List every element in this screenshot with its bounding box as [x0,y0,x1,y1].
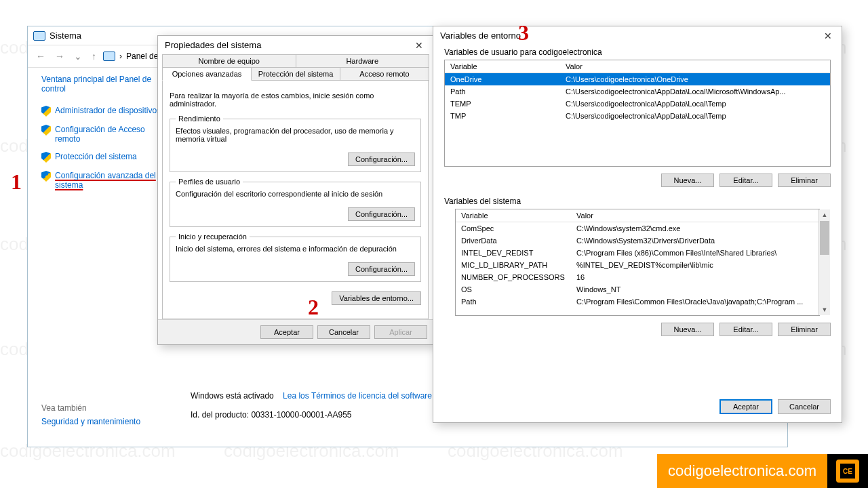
close-icon[interactable]: ✕ [410,39,429,52]
performance-group: Rendimiento Efectos visuales, programaci… [170,115,421,172]
sidebar-control-panel-home[interactable]: Ventana principal del Panel de control [41,75,167,94]
sys-var-row[interactable]: OSWindows_NT [456,283,819,296]
tab-advanced-options[interactable]: Opciones avanzadas [162,67,252,81]
sidebar-item-advanced-settings[interactable]: Configuración avanzada del sistema [55,171,167,190]
brand-badge: codigoelectronica.com [657,454,868,488]
close-icon[interactable]: ✕ [818,29,837,43]
license-terms-link[interactable]: Lea los Términos de licencia del softwar… [283,391,439,401]
sys-vars-label: Variables del sistema [444,197,831,206]
forward-arrow-icon[interactable]: → [52,49,67,63]
sys-var-row[interactable]: ComSpecC:\Windows\system32\cmd.exe [456,222,819,235]
admin-note: Para realizar la mayoría de estos cambio… [170,92,421,108]
dialog-title: Propiedades del sistema [158,36,433,54]
product-id: Id. del producto: 00331-10000-00001-AA95… [191,410,439,420]
scroll-thumb[interactable] [820,221,829,255]
cancel-button[interactable]: Cancelar [778,399,831,414]
user-vars-label: Variables de usuario para codigoelectron… [444,47,831,57]
startup-recovery-config-button[interactable]: Configuración... [348,262,415,276]
user-var-row[interactable]: TMPC:\Users\codigoelectronica\AppData\Lo… [445,110,830,122]
brand-chip-icon [836,460,859,483]
scroll-up-icon[interactable]: ▲ [819,209,830,220]
sidebar-item-device-manager[interactable]: Administrador de dispositivos [55,106,161,115]
scrollbar[interactable]: ▲ ▼ [818,209,830,315]
see-also-header: Vea también [41,403,140,413]
system-properties-dialog: Propiedades del sistema ✕ Nombre de equi… [157,35,433,345]
dialog-title: Variables de entorno [433,26,842,45]
user-new-button[interactable]: Nueva... [661,174,714,187]
user-delete-button[interactable]: Eliminar [778,174,831,187]
user-profiles-legend: Perfiles de usuario [176,178,243,186]
user-vars-list[interactable]: Variable Valor OneDriveC:\Users\codigoel… [444,60,831,167]
back-arrow-icon[interactable]: ← [33,49,48,63]
startup-recovery-text: Inicio del sistema, errores del sistema … [176,245,397,253]
startup-recovery-legend: Inicio y recuperación [176,232,250,241]
sys-var-row[interactable]: INTEL_DEV_REDISTC:\Program Files (x86)\C… [456,247,819,259]
performance-legend: Rendimiento [176,115,223,123]
ok-button[interactable]: Aceptar [260,325,313,339]
user-var-row[interactable]: TEMPC:\Users\codigoelectronica\AppData\L… [445,98,830,110]
col-variable[interactable]: Variable [445,60,560,73]
sidebar-item-remote-access[interactable]: Configuración de Acceso remoto [55,125,167,144]
brand-text: codigoelectronica.com [657,454,827,488]
environment-variables-dialog: Variables de entorno ✕ Variables de usua… [433,26,842,423]
shield-icon [41,106,51,117]
sys-var-row[interactable]: PathC:\Program Files\Common Files\Oracle… [456,296,819,308]
user-var-row[interactable]: PathC:\Users\codigoelectronica\AppData\L… [445,85,830,98]
window-title: Sistema [50,30,81,41]
breadcrumb[interactable]: Panel de [126,52,158,61]
annotation-1: 1 [11,169,22,195]
computer-icon [103,52,115,61]
cancel-button[interactable]: Cancelar [317,325,370,339]
col-variable[interactable]: Variable [456,209,571,222]
scroll-down-icon[interactable]: ▼ [819,304,830,315]
sys-new-button[interactable]: Nueva... [661,323,714,336]
col-value[interactable]: Valor [560,60,830,73]
user-var-row[interactable]: OneDriveC:\Users\codigoelectronica\OneDr… [445,73,830,86]
dropdown-chevron-icon[interactable]: ⌄ [71,49,85,63]
up-arrow-icon[interactable]: ↑ [89,49,99,63]
shield-icon [41,152,51,163]
sys-delete-button[interactable]: Eliminar [778,323,831,336]
shield-icon [41,125,51,136]
sys-var-row[interactable]: MIC_LD_LIBRARY_PATH%INTEL_DEV_REDIST%com… [456,259,819,271]
user-edit-button[interactable]: Editar... [719,174,772,187]
ok-button[interactable]: Aceptar [719,399,772,414]
tab-hardware[interactable]: Hardware [296,54,430,68]
user-profiles-group: Perfiles de usuario Configuración del es… [170,178,421,227]
tab-system-protection[interactable]: Protección del sistema [251,67,340,81]
user-profiles-config-button[interactable]: Configuración... [348,207,415,221]
performance-config-button[interactable]: Configuración... [348,152,415,166]
computer-icon [33,31,45,41]
activation-status: Windows está activado [191,391,274,401]
col-value[interactable]: Valor [571,209,819,222]
performance-text: Efectos visuales, programación del proce… [176,127,394,143]
see-also-security-link[interactable]: Seguridad y mantenimiento [41,417,140,426]
startup-recovery-group: Inicio y recuperación Inicio del sistema… [170,232,421,282]
sidebar-item-system-protection[interactable]: Protección del sistema [55,152,137,161]
shield-icon [41,171,51,182]
tab-strip: Nombre de equipo Hardware Opciones avanz… [158,54,433,80]
tab-remote-access[interactable]: Acceso remoto [340,67,429,81]
sys-var-row[interactable]: DriverDataC:\Windows\System32\Drivers\Dr… [456,235,819,247]
tab-computer-name[interactable]: Nombre de equipo [162,54,296,68]
breadcrumb-separator: › [119,52,122,61]
sys-vars-list[interactable]: Variable Valor ComSpecC:\Windows\system3… [455,209,820,316]
user-profiles-text: Configuración del escritorio correspondi… [176,190,382,198]
sys-edit-button[interactable]: Editar... [719,323,772,336]
apply-button[interactable]: Aplicar [374,325,427,339]
environment-variables-button[interactable]: Variables de entorno... [332,291,421,305]
sys-var-row[interactable]: NUMBER_OF_PROCESSORS16 [456,271,819,283]
